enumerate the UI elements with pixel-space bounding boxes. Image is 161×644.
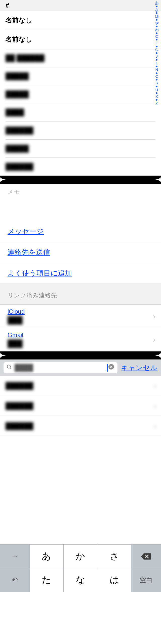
key-na[interactable]: な: [64, 568, 98, 592]
panel-divider: [0, 355, 161, 359]
key-undo[interactable]: ↶: [0, 568, 30, 592]
key-space[interactable]: 空白: [131, 568, 161, 592]
svg-point-0: [7, 365, 11, 368]
linked-source-label: iCloud: [8, 308, 153, 315]
contact-row[interactable]: ██████: [6, 122, 155, 140]
key-ha[interactable]: は: [97, 568, 131, 592]
cancel-button[interactable]: キャンセル: [121, 363, 157, 373]
contact-row[interactable]: ██ ██████: [6, 49, 155, 67]
action-add-favorite[interactable]: よく使う項目に追加: [0, 263, 161, 284]
contact-detail-panel: メモ メッセージ 連絡先を送信 よく使う項目に追加 リンク済み連絡先 iClou…: [0, 184, 161, 351]
key-ta[interactable]: た: [30, 568, 64, 592]
action-send-contact[interactable]: 連絡先を送信: [0, 242, 161, 263]
keyboard: → あ か さ ↶ た な は 空白: [0, 544, 161, 592]
linked-contact-name: ███: [8, 340, 153, 348]
chevron-right-icon: ›: [153, 335, 155, 344]
key-sa[interactable]: さ: [97, 544, 131, 568]
linked-contact-name: ███: [8, 316, 153, 324]
chevron-right-icon: ›: [154, 382, 156, 390]
contact-row[interactable]: █████: [6, 140, 155, 158]
search-query-text: ████: [15, 364, 107, 372]
section-header-hash: #: [0, 0, 161, 11]
memo-label: メモ: [8, 188, 153, 196]
panel-divider: [0, 180, 161, 184]
search-bar: ████ キャンセル: [0, 359, 161, 376]
key-tab[interactable]: →: [0, 544, 30, 568]
contact-row[interactable]: ████: [6, 103, 155, 122]
contact-row[interactable]: 名前なし: [6, 11, 155, 30]
chevron-right-icon: ›: [154, 422, 156, 430]
linked-contact-row[interactable]: iCloud ███ ›: [0, 304, 161, 328]
contact-row[interactable]: ██████: [6, 158, 155, 176]
search-panel: ████ キャンセル ██████ › ██████ › ██████ › →: [0, 359, 161, 592]
panel-divider: [0, 176, 161, 180]
svg-line-1: [10, 368, 12, 369]
chevron-right-icon: ›: [153, 312, 155, 320]
empty-space: [0, 436, 161, 544]
search-icon: [7, 364, 12, 371]
linked-contact-row[interactable]: Gmail ███ ›: [0, 328, 161, 351]
key-a[interactable]: あ: [30, 544, 64, 568]
search-input[interactable]: ████: [4, 362, 117, 373]
memo-field[interactable]: メモ: [0, 184, 161, 221]
key-delete[interactable]: [131, 544, 161, 568]
linked-source-label: Gmail: [8, 332, 153, 339]
contact-row[interactable]: █████: [6, 67, 155, 85]
action-send-message[interactable]: メッセージ: [0, 221, 161, 242]
clear-search-button[interactable]: [108, 364, 114, 372]
chevron-right-icon: ›: [154, 402, 156, 410]
search-result-row[interactable]: ██████ ›: [0, 376, 161, 396]
search-result-row[interactable]: ██████ ›: [0, 396, 161, 416]
section-index[interactable]: あさはやわCEGJLNCSUXZ: [153, 0, 160, 176]
contact-row[interactable]: 名前なし: [6, 30, 155, 49]
search-result-row[interactable]: ██████ ›: [0, 416, 161, 436]
linked-contacts-header: リンク済み連絡先: [0, 284, 161, 304]
key-ka[interactable]: か: [64, 544, 98, 568]
contacts-list-panel: # 名前なし 名前なし ██ ██████ █████ █████ ████ █…: [0, 0, 161, 176]
contact-row[interactable]: █████: [6, 85, 155, 103]
panel-divider: [0, 351, 161, 355]
